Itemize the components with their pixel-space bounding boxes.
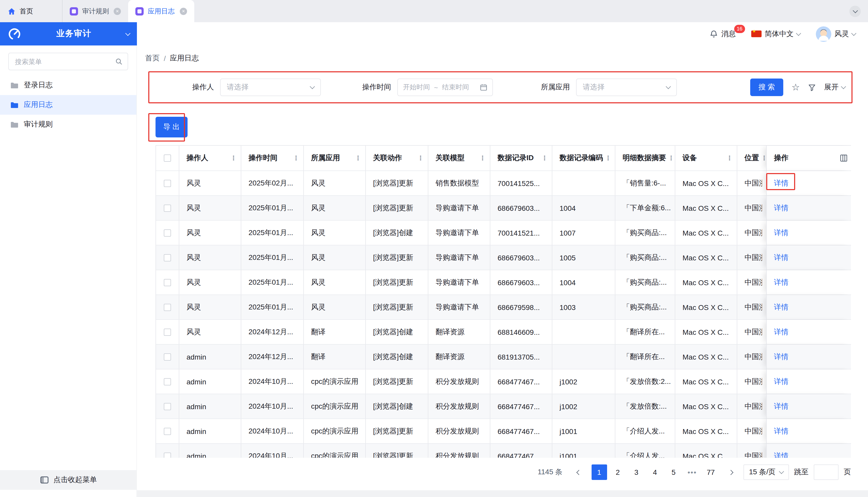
language-selector[interactable]: 简体中文 (751, 29, 800, 39)
search-icon (115, 58, 123, 65)
messages-badge: 16 (734, 25, 745, 33)
select-all-checkbox[interactable] (164, 155, 171, 162)
table-row: 风灵2025年01月...风灵[浏览器]更新导购邀请下单686679603...… (156, 195, 851, 220)
detail-link[interactable]: 详情 (774, 203, 788, 213)
cell-action: [浏览器]更新 (365, 245, 428, 270)
row-checkbox[interactable] (164, 452, 171, 458)
cell-action: [浏览器]更新 (365, 196, 428, 220)
row-checkbox[interactable] (164, 403, 171, 410)
app-select[interactable]: 请选择 (576, 79, 677, 96)
detail-link[interactable]: 详情 (774, 377, 788, 386)
row-checkbox[interactable] (164, 180, 171, 187)
detail-link[interactable]: 详情 (774, 228, 788, 237)
row-checkbox[interactable] (164, 279, 171, 286)
end-time-placeholder: 结束时间 (442, 83, 469, 92)
column-menu-icon[interactable]: ⋮ (759, 155, 766, 162)
column-menu-icon[interactable]: ⋮ (291, 155, 299, 162)
collapse-menu-button[interactable]: 点击收起菜单 (0, 470, 137, 490)
table-row: 风灵2025年01月...风灵[浏览器]更新导购邀请下单686679598...… (156, 295, 851, 319)
column-header-8: 明细数据摘要⋮ (615, 146, 675, 170)
tabbar-right (850, 0, 868, 22)
detail-link[interactable]: 详情 (774, 278, 788, 287)
detail-link[interactable]: 详情 (774, 451, 788, 458)
detail-link[interactable]: 详情 (774, 352, 788, 361)
tab-1[interactable]: 首页 (0, 0, 62, 22)
column-menu-icon[interactable]: ⋮ (353, 155, 361, 162)
operator-select[interactable]: 请选择 (220, 79, 321, 96)
detail-link[interactable]: 详情 (774, 302, 788, 312)
user-menu[interactable]: 风灵 (816, 26, 856, 42)
filter-funnel-icon[interactable] (808, 83, 816, 91)
table-row: admin2024年10月...cpc的演示应用[浏览器]更新积分发放规则668… (156, 443, 851, 458)
page-button-4[interactable]: 4 (647, 465, 663, 480)
app-title-area[interactable]: 业务审计 (0, 22, 137, 45)
tabbar-chevron-button[interactable] (850, 5, 861, 17)
detail-link[interactable]: 详情 (774, 253, 788, 262)
detail-link[interactable]: 详情 (774, 179, 788, 188)
row-checkbox[interactable] (164, 229, 171, 236)
row-checkbox[interactable] (164, 427, 171, 435)
cell-operation: 详情 (766, 245, 851, 270)
page-button-2[interactable]: 2 (610, 465, 625, 480)
row-checkbox[interactable] (164, 254, 171, 261)
cell-operation: 详情 (766, 295, 851, 319)
page-button-77[interactable]: 77 (703, 465, 718, 480)
expand-label: 展开 (824, 83, 839, 92)
page-button-5[interactable]: 5 (666, 465, 681, 480)
module-icon (70, 7, 78, 15)
column-menu-icon[interactable]: ⋮ (666, 155, 674, 162)
detail-link[interactable]: 详情 (774, 402, 788, 411)
row-checkbox[interactable] (164, 353, 171, 360)
export-button[interactable]: 导 出 (156, 117, 187, 138)
tab-close-icon[interactable]: × (180, 8, 187, 15)
page-size-select[interactable]: 15 条/页 (743, 465, 789, 480)
column-menu-icon[interactable]: ⋮ (539, 155, 548, 162)
expand-toggle[interactable]: 展开 (824, 83, 845, 92)
tab-label: 审计规则 (82, 6, 109, 16)
row-checkbox[interactable] (164, 303, 171, 311)
column-menu-icon[interactable]: ⋮ (603, 155, 611, 162)
tab-close-icon[interactable]: × (114, 8, 121, 15)
cell-record_id: 688146609... (490, 320, 552, 344)
cell-time: 2025年01月... (241, 196, 303, 220)
date-range-input[interactable]: 开始时间 ~ 结束时间 (397, 79, 493, 96)
table-row: admin2024年10月...cpc的演示应用[浏览器]更新积分发放规则668… (156, 418, 851, 443)
sidebar-item-3[interactable]: 审计规则 (0, 115, 137, 134)
cell-record_code: 1004 (552, 270, 615, 295)
column-menu-icon[interactable]: ⋮ (415, 155, 424, 162)
row-checkbox[interactable] (164, 328, 171, 336)
column-menu-icon[interactable]: ⋮ (724, 155, 732, 162)
favorite-star-icon[interactable]: ☆ (792, 83, 800, 92)
cell-operator: admin (179, 394, 241, 418)
messages-button[interactable]: 消息 16 (709, 29, 736, 39)
breadcrumb-root[interactable]: 首页 (145, 54, 160, 63)
tab-3[interactable]: 应用日志× (128, 0, 194, 22)
column-header-7: 数据记录编码⋮ (552, 146, 615, 170)
cell-device: Mac OS X C... (675, 245, 737, 270)
sidebar-item-1[interactable]: 登录日志 (0, 75, 137, 95)
cell-operator: admin (179, 369, 241, 394)
page-button-3[interactable]: 3 (628, 465, 644, 480)
cell-record_code (552, 171, 615, 195)
cell-summary: 「翻译所在... (615, 345, 675, 369)
tab-label: 应用日志 (148, 6, 175, 16)
detail-link[interactable]: 详情 (774, 426, 788, 436)
sidebar-search (8, 53, 128, 70)
row-checkbox[interactable] (164, 204, 171, 212)
tab-2[interactable]: 审计规则× (62, 0, 128, 22)
next-page-button[interactable] (724, 465, 738, 480)
sidebar: 登录日志应用日志审计规则 点击收起菜单 (0, 45, 137, 497)
prev-page-button[interactable] (572, 465, 586, 480)
search-button[interactable]: 搜 索 (750, 79, 783, 96)
jump-page-input[interactable] (814, 465, 839, 480)
page-button-1[interactable]: 1 (591, 465, 607, 480)
menu-search-input[interactable] (14, 57, 112, 66)
column-settings-icon[interactable] (840, 155, 847, 162)
cell-record_id: 686679603... (490, 196, 552, 220)
column-menu-icon[interactable]: ⋮ (228, 155, 237, 162)
column-menu-icon[interactable]: ⋮ (478, 155, 486, 162)
row-checkbox[interactable] (164, 378, 171, 385)
cell-record_id: 668477467... (490, 369, 552, 394)
detail-link[interactable]: 详情 (774, 327, 788, 337)
sidebar-item-2[interactable]: 应用日志 (0, 95, 137, 115)
